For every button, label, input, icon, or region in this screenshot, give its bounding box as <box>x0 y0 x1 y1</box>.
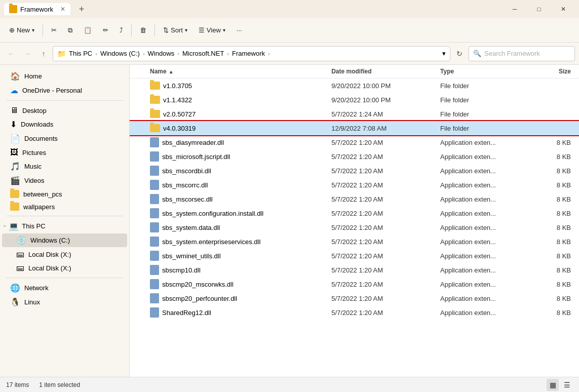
breadcrumb-sep-1: › <box>95 51 97 57</box>
folder-icon <box>150 110 160 118</box>
sort-button[interactable]: ⇅ Sort ▾ <box>158 24 192 36</box>
share-button[interactable]: ⤴ <box>114 24 128 36</box>
table-row[interactable]: sbs_system.data.dll 5/7/2022 1:20 AM App… <box>130 220 579 234</box>
table-row[interactable]: v4.0.30319 12/9/2022 7:08 AM File folder <box>130 121 579 135</box>
sidebar-item-local-disk-x2[interactable]: 🖴 Local Disk (X:) <box>2 261 127 275</box>
col-header-size[interactable]: Size <box>527 68 579 75</box>
dll-icon <box>150 151 159 162</box>
table-row[interactable]: sbs_mscorrc.dll 5/7/2022 1:20 AM Applica… <box>130 178 579 192</box>
sidebar-network-label: Network <box>24 284 49 292</box>
col-header-date[interactable]: Date modified <box>331 68 440 75</box>
file-size-col: 8 KB <box>527 153 579 161</box>
file-name: v4.0.30319 <box>163 125 196 132</box>
new-chevron-icon: ▾ <box>32 27 34 33</box>
close-button[interactable]: ✕ <box>552 0 575 18</box>
sidebar-onedrive-label: OneDrive - Personal <box>22 87 82 94</box>
up-button[interactable]: ↑ <box>36 47 51 61</box>
sidebar-item-between-pcs[interactable]: between_pcs 📌 <box>2 188 127 200</box>
this-pc-section-header[interactable]: › 💻 This PC <box>0 219 129 233</box>
details-view-button[interactable]: ☰ <box>561 379 573 391</box>
col-header-name[interactable]: Name ▲ <box>130 68 331 75</box>
new-button[interactable]: ⊕ New ▾ <box>4 24 40 36</box>
dll-icon <box>150 180 159 190</box>
sidebar-item-windows-c[interactable]: 💿 Windows (C:) <box>2 233 127 247</box>
up-icon: ↑ <box>42 50 46 58</box>
sidebar-item-videos[interactable]: 🎬 Videos 📌 <box>2 174 127 187</box>
dll-icon <box>150 237 159 247</box>
table-row[interactable]: sbscmp20_mscorwks.dll 5/7/2022 1:20 AM A… <box>130 277 579 291</box>
file-date-col: 5/7/2022 1:24 AM <box>331 110 440 118</box>
table-row[interactable]: v1.1.4322 9/20/2022 10:00 PM File folder <box>130 93 579 107</box>
more-button[interactable]: ··· <box>231 24 247 36</box>
dll-icon <box>150 166 159 176</box>
forward-button[interactable]: → <box>20 47 34 61</box>
paste-button[interactable]: 📋 <box>79 24 97 36</box>
file-name: sbs_mscordbi.dll <box>162 167 211 175</box>
sidebar-item-network[interactable]: 🌐 Network <box>2 281 127 295</box>
sidebar-pictures-label: Pictures <box>22 149 46 156</box>
breadcrumb-windowsc[interactable]: Windows (C:) <box>100 50 140 57</box>
sidebar-item-documents[interactable]: 📄 Documents 📌 <box>2 132 127 145</box>
sidebar-item-music[interactable]: 🎵 Music 📌 <box>2 160 127 173</box>
breadcrumb-dotnet[interactable]: Microsoft.NET <box>182 50 224 57</box>
table-row[interactable]: SharedReg12.dll 5/7/2022 1:20 AM Applica… <box>130 305 579 320</box>
col-size-label: Size <box>559 68 571 75</box>
table-row[interactable]: sbs_system.enterpriseservices.dll 5/7/20… <box>130 234 579 249</box>
address-box[interactable]: 📁 This PC › Windows (C:) › Windows › Mic… <box>53 46 450 61</box>
statusbar: 17 items 1 item selected ▦ ☰ <box>0 377 579 392</box>
table-row[interactable]: v1.0.3705 9/20/2022 10:00 PM File folder <box>130 79 579 93</box>
rename-button[interactable]: ✏ <box>98 24 113 36</box>
file-date-col: 5/7/2022 1:20 AM <box>331 238 440 246</box>
rename-icon: ✏ <box>103 26 108 34</box>
col-header-type[interactable]: Type <box>440 68 527 75</box>
sidebar-item-linux[interactable]: 🐧 Linux <box>2 295 127 309</box>
titlebar-tab[interactable]: Framework ✕ <box>4 3 70 15</box>
cut-button[interactable]: ✂ <box>46 24 62 36</box>
back-button[interactable]: ← <box>4 47 18 61</box>
sidebar-music-label: Music <box>24 163 42 170</box>
file-name-col: v2.0.50727 <box>130 110 331 118</box>
sidebar-windows-c-label: Windows (C:) <box>30 237 70 244</box>
refresh-button[interactable]: ↻ <box>452 47 467 61</box>
breadcrumb-thispc[interactable]: This PC <box>69 50 92 57</box>
sidebar-item-pictures[interactable]: 🖼 Pictures 📌 <box>2 146 127 159</box>
table-row[interactable]: v2.0.50727 5/7/2022 1:24 AM File folder <box>130 107 579 121</box>
list-view-button[interactable]: ▦ <box>547 379 559 391</box>
sidebar-item-wallpapers[interactable]: wallpapers 📌 <box>2 201 127 213</box>
minimize-button[interactable]: ─ <box>503 0 526 18</box>
close-tab-icon[interactable]: ✕ <box>60 6 65 13</box>
folder-icon <box>150 124 160 132</box>
maximize-button[interactable]: □ <box>527 0 551 18</box>
copy-button[interactable]: ⧉ <box>63 24 78 37</box>
view-label: View <box>207 26 221 34</box>
table-row[interactable]: sbs_diasymreader.dll 5/7/2022 1:20 AM Ap… <box>130 135 579 149</box>
search-box[interactable]: 🔍 Search Framework <box>469 46 575 61</box>
address-dropdown[interactable]: ▾ <box>442 50 446 57</box>
table-row[interactable]: sbscmp10.dll 5/7/2022 1:20 AM Applicatio… <box>130 263 579 277</box>
table-row[interactable]: sbs_microsoft.jscript.dll 5/7/2022 1:20 … <box>130 149 579 164</box>
sidebar-item-onedrive[interactable]: ☁ OneDrive - Personal <box>2 84 127 97</box>
search-placeholder: Search Framework <box>484 50 540 57</box>
table-row[interactable]: sbs_system.configuration.install.dll 5/7… <box>130 206 579 220</box>
sidebar-item-home[interactable]: 🏠 Home <box>2 69 127 83</box>
new-tab-button[interactable]: + <box>74 2 89 16</box>
file-size-col: 8 KB <box>527 210 579 217</box>
dll-icon <box>150 222 159 232</box>
view-button[interactable]: ☰ View ▾ <box>194 24 230 36</box>
file-rows-container: v1.0.3705 9/20/2022 10:00 PM File folder… <box>130 79 579 320</box>
file-name-col: sbs_microsoft.jscript.dll <box>130 151 331 162</box>
breadcrumb-framework[interactable]: Framework <box>232 50 265 57</box>
sidebar-item-downloads[interactable]: ⬇ Downloads 📌 <box>2 117 127 131</box>
breadcrumb-windows[interactable]: Windows <box>148 50 175 57</box>
file-name: sbs_microsoft.jscript.dll <box>162 153 230 161</box>
delete-button[interactable]: 🗑 <box>135 24 151 36</box>
table-row[interactable]: sbs_mscorsec.dll 5/7/2022 1:20 AM Applic… <box>130 192 579 206</box>
table-row[interactable]: sbs_wminet_utils.dll 5/7/2022 1:20 AM Ap… <box>130 249 579 263</box>
file-date-col: 5/7/2022 1:20 AM <box>331 210 440 217</box>
sidebar-item-local-disk-x1[interactable]: 🖴 Local Disk (X:) <box>2 248 127 261</box>
sidebar-item-desktop[interactable]: 🖥 Desktop 📌 <box>2 104 127 117</box>
table-row[interactable]: sbs_mscordbi.dll 5/7/2022 1:20 AM Applic… <box>130 164 579 178</box>
table-row[interactable]: sbscmp20_perfcounter.dll 5/7/2022 1:20 A… <box>130 291 579 305</box>
sort-icon: ⇅ <box>163 26 169 34</box>
file-name-col: sbscmp10.dll <box>130 265 331 275</box>
